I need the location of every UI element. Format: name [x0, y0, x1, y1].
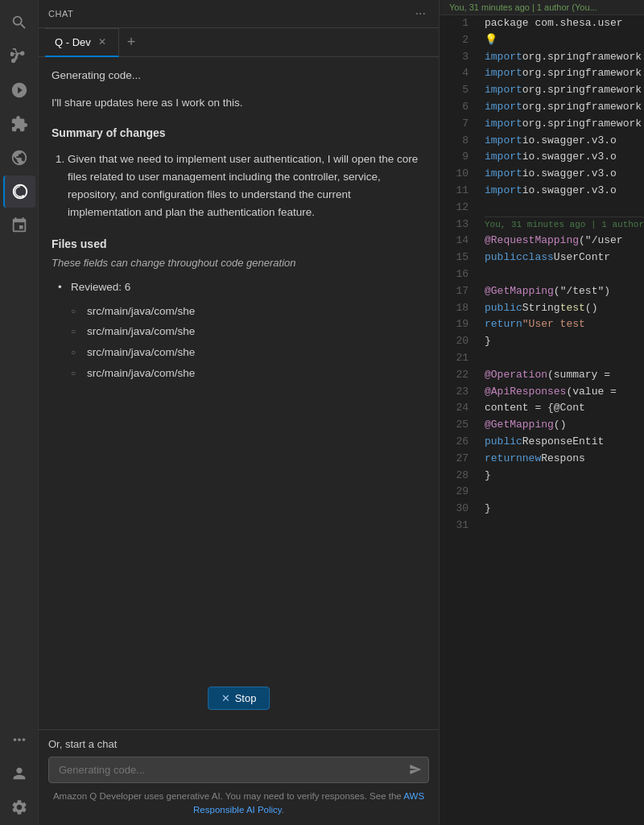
chat-input-wrapper: [48, 757, 429, 783]
git-blame-bar-1: You, 31 minutes ago | 1 author (You...: [440, 0, 644, 15]
files-heading: Files used: [52, 235, 426, 253]
code-line-7: import org.springframework: [485, 116, 644, 133]
start-chat-label: Or, start a chat: [48, 738, 429, 750]
code-line-31: [485, 518, 644, 534]
code-line-25: @GetMapping(): [485, 417, 644, 434]
code-line-1: package com.shesa.user: [485, 15, 644, 32]
generating-text: Generating code...: [52, 67, 426, 85]
files-list: Reviewed: 6: [52, 278, 426, 296]
git-blame-inline: You, 31 minutes ago | 1 author (Yo...: [485, 218, 644, 233]
chat-input[interactable]: [59, 764, 399, 776]
code-line-22: @Operation(summary =: [485, 367, 644, 384]
code-line-18: public String test(): [485, 300, 644, 317]
send-button[interactable]: [409, 763, 422, 776]
code-line-21: [485, 350, 644, 367]
file-item-4: src/main/java/com/she: [71, 365, 426, 382]
code-line-4: import org.springframework: [485, 65, 644, 82]
chat-input-area: Or, start a chat Amazon Q Developer uses…: [39, 729, 439, 826]
git-icon[interactable]: [3, 209, 35, 241]
code-line-30: }: [485, 501, 644, 518]
run-debug-icon[interactable]: [3, 74, 35, 106]
code-line-26: public ResponseEntit: [485, 434, 644, 451]
code-line-13: You, 31 minutes ago | 1 author (Yo... @R…: [485, 217, 644, 233]
code-line-19: return "User test: [485, 316, 644, 333]
code-content: 1 2 3 4 5 6 7 8 9 10 11 12 13 14 15 16 1…: [440, 15, 644, 825]
file-items-list: src/main/java/com/she src/main/java/com/…: [52, 303, 426, 382]
code-line-14: @RequestMapping("/user: [485, 233, 644, 250]
code-line-16: [485, 266, 644, 283]
activity-bar: [0, 0, 39, 825]
file-item-2: src/main/java/com/she: [71, 323, 426, 340]
summary-item-1: Given that we need to implement user aut…: [68, 151, 426, 222]
sharing-text: I'll share updates here as I work on thi…: [52, 94, 426, 112]
new-tab-button[interactable]: +: [122, 34, 141, 51]
code-line-23: @ApiResponses(value =: [485, 384, 644, 401]
chat-header: CHAT ···: [39, 0, 439, 28]
tab-label: Q - Dev: [55, 36, 91, 48]
summary-list: Given that we need to implement user aut…: [52, 151, 426, 222]
code-line-3: import org.springframework: [485, 49, 644, 66]
code-line-24: content = {@Cont: [485, 400, 644, 417]
files-section: Files used These fields can change throu…: [52, 235, 426, 382]
tab-close-button[interactable]: ✕: [96, 35, 109, 48]
stop-button-x-icon: ✕: [221, 692, 230, 704]
source-control-icon[interactable]: [3, 40, 35, 72]
code-line-11: import io.swagger.v3.o: [485, 183, 644, 200]
tab-q-dev[interactable]: Q - Dev ✕: [45, 28, 119, 57]
line-numbers: 1 2 3 4 5 6 7 8 9 10 11 12 13 14 15 16 1…: [440, 15, 478, 825]
code-editor: You, 31 minutes ago | 1 author (You... 1…: [440, 0, 644, 825]
code-line-15: public class UserContr: [485, 250, 644, 266]
code-lines: package com.shesa.user 💡 import org.spri…: [478, 15, 644, 825]
reviewed-count: Reviewed: 6: [58, 278, 426, 296]
stop-button-container: ✕ Stop: [208, 687, 270, 710]
search-icon[interactable]: [3, 6, 35, 39]
code-line-5: import org.springframework: [485, 82, 644, 99]
file-item-3: src/main/java/com/she: [71, 344, 426, 361]
code-line-20: }: [485, 333, 644, 350]
code-line-17: @GetMapping("/test"): [485, 283, 644, 300]
chat-messages[interactable]: Generating code... I'll share updates he…: [39, 57, 439, 729]
code-line-28: }: [485, 468, 644, 485]
tab-bar: Q - Dev ✕ +: [39, 28, 439, 57]
stop-button[interactable]: ✕ Stop: [208, 687, 270, 710]
amazon-q-icon[interactable]: [3, 175, 35, 208]
account-icon[interactable]: [3, 757, 35, 790]
settings-icon[interactable]: [3, 791, 35, 823]
code-line-27: return new Respons: [485, 451, 644, 468]
file-item-1: src/main/java/com/she: [71, 303, 426, 320]
code-line-12: [485, 200, 644, 217]
chat-panel: CHAT ··· Q - Dev ✕ + Generating code... …: [39, 0, 440, 825]
code-line-29: [485, 484, 644, 501]
code-line-10: import io.swagger.v3.o: [485, 166, 644, 183]
disclaimer: Amazon Q Developer uses generative AI. Y…: [48, 790, 429, 818]
code-line-6: import org.springframework: [485, 99, 644, 116]
files-italic: These fields can change throughout code …: [52, 256, 426, 270]
summary-heading: Summary of changes: [52, 124, 426, 142]
remote-explorer-icon[interactable]: [3, 142, 35, 174]
stop-button-label: Stop: [235, 692, 257, 704]
code-line-2: 💡: [485, 32, 644, 49]
code-line-8: import io.swagger.v3.o: [485, 133, 644, 150]
chat-title: CHAT: [48, 9, 412, 19]
code-line-9: import io.swagger.v3.o: [485, 149, 644, 166]
more-dots-icon[interactable]: [3, 724, 35, 756]
chat-header-menu[interactable]: ···: [412, 5, 429, 23]
extensions-icon[interactable]: [3, 108, 35, 140]
